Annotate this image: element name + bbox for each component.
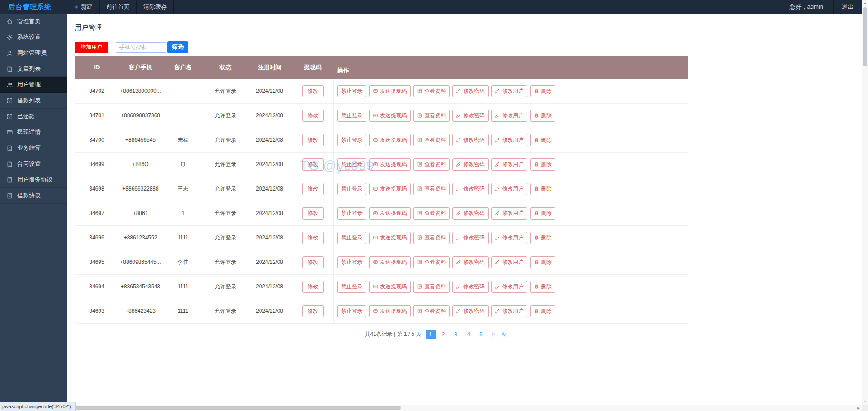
page-2-button[interactable]: 2: [438, 330, 448, 339]
scroll-right-arrow[interactable]: ▶: [855, 405, 862, 411]
sidebar-item-contract-settings[interactable]: 合同设置: [0, 156, 67, 172]
scroll-down-arrow[interactable]: ▼: [862, 398, 868, 405]
action-edit-password-button[interactable]: 修改密码: [452, 281, 489, 293]
modify-withdraw-code-button[interactable]: 修改: [302, 85, 324, 97]
action-ban-login-button[interactable]: 禁止登录: [337, 134, 366, 146]
action-delete-button[interactable]: 删除: [530, 134, 555, 146]
horizontal-scrollbar[interactable]: ◀ ▶: [0, 405, 862, 411]
action-ban-login-button[interactable]: 禁止登录: [337, 207, 366, 220]
logout-button[interactable]: 退出: [833, 0, 862, 14]
action-edit-user-button[interactable]: 修改用户: [491, 207, 527, 220]
sidebar-item-loan-agreement[interactable]: 借款协议: [0, 188, 67, 204]
action-view-profile-button[interactable]: 查看资料: [413, 134, 450, 146]
action-view-profile-button[interactable]: 查看资料: [413, 183, 450, 195]
page-3-button[interactable]: 3: [451, 330, 461, 339]
action-delete-button[interactable]: 删除: [530, 85, 555, 97]
action-edit-user-button[interactable]: 修改用户: [491, 232, 527, 244]
action-delete-button[interactable]: 删除: [530, 207, 555, 220]
action-edit-user-button[interactable]: 修改用户: [491, 85, 527, 97]
action-ban-login-button[interactable]: 禁止登录: [337, 256, 366, 268]
action-send-withdraw-code-button[interactable]: 发送提现码: [369, 207, 411, 220]
action-edit-password-button[interactable]: 修改密码: [452, 256, 489, 268]
action-ban-login-button[interactable]: 禁止登录: [337, 281, 366, 293]
modify-withdraw-code-button[interactable]: 修改: [302, 110, 324, 122]
action-send-withdraw-code-button[interactable]: 发送提现码: [369, 232, 411, 244]
action-edit-user-button[interactable]: 修改用户: [491, 305, 527, 317]
sidebar-item-user-management[interactable]: 用户管理: [0, 77, 67, 93]
action-view-profile-button[interactable]: 查看资料: [413, 207, 450, 220]
filter-button[interactable]: 筛选: [167, 41, 188, 53]
sidebar-item-withdraw-details[interactable]: 提现详情: [0, 124, 67, 140]
sidebar-item-user-service-agreement[interactable]: 用户服务协议: [0, 172, 67, 188]
sidebar-item-loan-list[interactable]: 借款列表: [0, 93, 67, 109]
action-ban-login-button[interactable]: 禁止登录: [337, 183, 366, 195]
action-edit-user-button[interactable]: 修改用户: [491, 281, 527, 293]
action-edit-user-button[interactable]: 修改用户: [491, 134, 527, 146]
sidebar-item-site-admins[interactable]: 网站管理员: [0, 45, 67, 61]
action-send-withdraw-code-button[interactable]: 发送提现码: [369, 158, 411, 171]
action-ban-login-button[interactable]: 禁止登录: [337, 305, 366, 317]
phone-search-input[interactable]: [116, 42, 166, 53]
sidebar-item-business-settlement[interactable]: 业务结算: [0, 140, 67, 156]
vertical-scroll-thumb[interactable]: [863, 7, 867, 66]
modify-withdraw-code-button[interactable]: 修改: [302, 281, 324, 293]
action-view-profile-button[interactable]: 查看资料: [413, 158, 450, 171]
next-page-button[interactable]: 下一页: [490, 330, 507, 338]
action-view-profile-button[interactable]: 查看资料: [413, 232, 450, 244]
action-delete-button[interactable]: 删除: [530, 110, 555, 122]
topnav-clear-cache-button[interactable]: 清除缓存: [137, 0, 174, 14]
sidebar-item-home[interactable]: 管理首页: [0, 14, 67, 29]
action-ban-login-button[interactable]: 禁止登录: [337, 110, 366, 122]
action-edit-password-button[interactable]: 修改密码: [452, 305, 489, 317]
action-delete-button[interactable]: 删除: [530, 281, 555, 293]
action-view-profile-button[interactable]: 查看资料: [413, 281, 450, 293]
action-ban-login-button[interactable]: 禁止登录: [337, 158, 366, 171]
modify-withdraw-code-button[interactable]: 修改: [302, 158, 324, 171]
action-send-withdraw-code-button[interactable]: 发送提现码: [369, 281, 411, 293]
action-ban-login-button[interactable]: 禁止登录: [337, 232, 366, 244]
action-edit-password-button[interactable]: 修改密码: [452, 158, 489, 171]
action-edit-user-button[interactable]: 修改用户: [491, 256, 527, 268]
page-1-button[interactable]: 1: [426, 330, 436, 339]
add-user-button[interactable]: 增加用户: [75, 42, 108, 53]
action-delete-button[interactable]: 删除: [530, 232, 555, 244]
sidebar-item-repaid[interactable]: 已还款: [0, 109, 67, 124]
action-view-profile-button[interactable]: 查看资料: [413, 85, 450, 97]
action-delete-button[interactable]: 删除: [530, 183, 555, 195]
sidebar-item-system-settings[interactable]: 系统设置: [0, 29, 67, 45]
action-edit-password-button[interactable]: 修改密码: [452, 232, 489, 244]
topnav-new-button[interactable]: 新建: [67, 0, 100, 14]
action-edit-password-button[interactable]: 修改密码: [452, 207, 489, 220]
page-5-button[interactable]: 5: [476, 330, 486, 339]
modify-withdraw-code-button[interactable]: 修改: [302, 207, 324, 220]
action-view-profile-button[interactable]: 查看资料: [413, 256, 450, 268]
action-edit-password-button[interactable]: 修改密码: [452, 183, 489, 195]
action-edit-user-button[interactable]: 修改用户: [491, 110, 527, 122]
action-send-withdraw-code-button[interactable]: 发送提现码: [369, 85, 411, 97]
action-edit-password-button[interactable]: 修改密码: [452, 110, 489, 122]
scroll-up-arrow[interactable]: ▲: [862, 0, 868, 6]
topnav-go-home-button[interactable]: 前往首页: [100, 0, 137, 14]
sidebar-item-articles[interactable]: 文章列表: [0, 61, 67, 77]
action-delete-button[interactable]: 删除: [530, 158, 555, 171]
action-send-withdraw-code-button[interactable]: 发送提现码: [369, 305, 411, 317]
modify-withdraw-code-button[interactable]: 修改: [302, 305, 324, 317]
action-delete-button[interactable]: 删除: [530, 256, 555, 268]
page-4-button[interactable]: 4: [464, 330, 474, 339]
action-delete-button[interactable]: 删除: [530, 305, 555, 317]
action-send-withdraw-code-button[interactable]: 发送提现码: [369, 110, 411, 122]
action-view-profile-button[interactable]: 查看资料: [413, 305, 450, 317]
action-edit-password-button[interactable]: 修改密码: [452, 85, 489, 97]
action-send-withdraw-code-button[interactable]: 发送提现码: [369, 134, 411, 146]
action-send-withdraw-code-button[interactable]: 发送提现码: [369, 256, 411, 268]
action-edit-password-button[interactable]: 修改密码: [452, 134, 489, 146]
action-view-profile-button[interactable]: 查看资料: [413, 110, 450, 122]
action-edit-user-button[interactable]: 修改用户: [491, 183, 527, 195]
action-send-withdraw-code-button[interactable]: 发送提现码: [369, 183, 411, 195]
modify-withdraw-code-button[interactable]: 修改: [302, 232, 324, 244]
action-edit-user-button[interactable]: 修改用户: [491, 158, 527, 171]
modify-withdraw-code-button[interactable]: 修改: [302, 183, 324, 195]
modify-withdraw-code-button[interactable]: 修改: [302, 256, 324, 268]
vertical-scrollbar[interactable]: ▲ ▼: [862, 0, 868, 411]
action-ban-login-button[interactable]: 禁止登录: [337, 85, 366, 97]
